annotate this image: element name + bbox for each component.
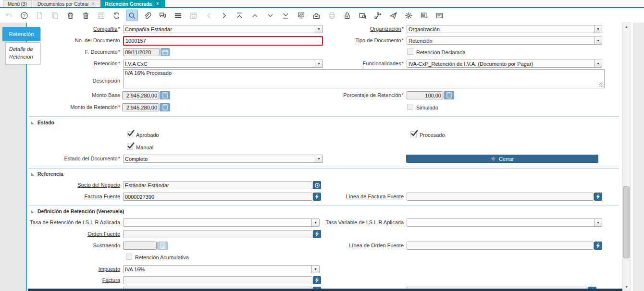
detail-record-icon[interactable]: [264, 10, 276, 21]
chevron-down-icon[interactable]: ▾: [315, 25, 322, 33]
definicion-section-header[interactable]: Definición de Retención (Venezuela): [31, 208, 124, 214]
zoom-record-button[interactable]: [313, 193, 321, 201]
porcentaje-retencion-input[interactable]: [407, 91, 443, 99]
retencion-declarada-checkbox[interactable]: [407, 48, 413, 55]
scroll-up-icon[interactable]: ▲: [623, 23, 630, 30]
refresh-icon[interactable]: [111, 10, 123, 21]
retencion-acumulativa-checkbox[interactable]: [126, 254, 132, 260]
delete-record-icon[interactable]: [64, 10, 76, 21]
grid-toggle-icon[interactable]: [172, 10, 184, 21]
next-record-icon[interactable]: [218, 10, 230, 21]
compania-field[interactable]: ▾: [123, 25, 323, 33]
factura-input[interactable]: [123, 276, 312, 284]
monto-base-input[interactable]: [122, 91, 159, 99]
report-icon[interactable]: [295, 10, 307, 21]
chevron-down-icon[interactable]: ▾: [315, 60, 322, 67]
no-documento-input[interactable]: [123, 36, 323, 46]
socio-negocio-input[interactable]: [123, 181, 312, 189]
factura-fuente-input[interactable]: [123, 193, 312, 201]
vertical-scrollbar[interactable]: ▲ ▼: [622, 23, 631, 291]
aprobado-checkbox[interactable]: [127, 131, 133, 137]
delete-selection-icon[interactable]: [80, 10, 92, 21]
request-icon[interactable]: [387, 10, 399, 21]
import-icon[interactable]: [433, 10, 446, 21]
referencia-section-header[interactable]: Referencia: [31, 171, 63, 177]
scroll-down-icon[interactable]: ▼: [623, 283, 630, 291]
procesado-checkbox[interactable]: [410, 131, 417, 137]
retencion-input[interactable]: [124, 60, 315, 67]
chevron-down-icon[interactable]: ▾: [311, 219, 319, 226]
close-tab-icon[interactable]: ×: [155, 1, 161, 7]
organizacion-field[interactable]: ▾: [407, 25, 602, 33]
last-record-icon[interactable]: [280, 10, 292, 21]
impuesto-input[interactable]: [124, 266, 311, 273]
manual-checkbox[interactable]: [127, 144, 133, 150]
impuesto-field[interactable]: ▾: [123, 265, 320, 273]
copy-record-icon: [49, 10, 61, 21]
monto-retencion-input[interactable]: [122, 103, 159, 111]
find-icon[interactable]: [126, 10, 138, 21]
calculator-button[interactable]: [160, 91, 170, 99]
tab-documentos-por-cobrar[interactable]: Documentos por Cobrar ×: [33, 0, 99, 7]
process-icon[interactable]: [403, 10, 415, 21]
close-tab-icon[interactable]: ×: [92, 1, 95, 6]
funcionalidades-input[interactable]: [407, 60, 594, 67]
tab-retencion-generada[interactable]: Retención Generada ×: [100, 0, 165, 7]
workflow-icon[interactable]: [372, 10, 384, 21]
orden-fuente-input[interactable]: [123, 230, 312, 238]
tasa-variable-islr-field[interactable]: ▾: [407, 218, 602, 227]
chevron-down-icon[interactable]: ▾: [594, 37, 602, 44]
simulado-checkbox[interactable]: [407, 104, 413, 110]
estado-documento-input[interactable]: [124, 155, 315, 162]
zoom-record-button[interactable]: [594, 242, 602, 250]
zoom-across-icon[interactable]: [357, 10, 369, 21]
descripcion-textarea[interactable]: IVA 16% Procesado: [123, 69, 605, 88]
zoom-record-button[interactable]: [313, 230, 321, 238]
record-info-button[interactable]: [313, 181, 321, 189]
impuesto-label: Impuesto: [99, 266, 120, 272]
resize-handle[interactable]: [599, 83, 604, 87]
calendar-icon: 31: [187, 10, 199, 21]
first-record-icon[interactable]: [234, 10, 246, 21]
compania-input[interactable]: [124, 25, 315, 33]
chat-icon[interactable]: [157, 10, 169, 21]
chevron-down-icon[interactable]: ▾: [311, 266, 319, 273]
attachment-icon[interactable]: [141, 10, 153, 21]
chevron-down-icon[interactable]: ▾: [594, 219, 602, 226]
linea-factura-fuente-input[interactable]: [407, 193, 594, 201]
calendar-picker-button[interactable]: [161, 48, 170, 56]
tab-menu[interactable]: Menú (3): [3, 0, 32, 7]
undo-icon: [3, 10, 15, 21]
lock-icon[interactable]: [341, 10, 353, 21]
archive-icon[interactable]: [310, 10, 322, 21]
estado-section-header[interactable]: Estado: [31, 120, 54, 125]
funcionalidades-field[interactable]: ▾: [407, 60, 602, 68]
window-right-edge: [633, 23, 644, 291]
chevron-down-icon[interactable]: ▾: [594, 25, 602, 33]
chevron-down-icon[interactable]: ▾: [594, 60, 602, 67]
linea-orden-fuente-input[interactable]: [407, 242, 594, 250]
parent-record-icon[interactable]: [249, 10, 261, 21]
estado-documento-field[interactable]: ▾: [123, 155, 323, 163]
zoom-record-button[interactable]: [594, 193, 602, 201]
sidebar-tab-retencion[interactable]: Retención: [2, 27, 40, 41]
calculator-button[interactable]: [160, 103, 170, 111]
f-documento-label: F. Documento*: [85, 49, 120, 55]
f-documento-input[interactable]: [123, 48, 160, 56]
calculator-button[interactable]: [444, 91, 454, 99]
organizacion-input[interactable]: [407, 25, 594, 33]
chevron-down-icon[interactable]: ▾: [315, 155, 322, 162]
tasa-variable-islr-input[interactable]: [407, 219, 594, 226]
help-icon[interactable]: ?: [18, 10, 30, 21]
export-icon[interactable]: [418, 10, 430, 21]
zoom-record-button[interactable]: [313, 276, 321, 284]
tipo-documento-input[interactable]: [407, 37, 594, 44]
cerrar-button[interactable]: Cerrar: [406, 155, 598, 163]
scrollbar-thumb[interactable]: [623, 186, 630, 258]
sustraendo-input[interactable]: [123, 242, 157, 250]
sidebar-tab-detalle-de-retencion[interactable]: Detalle de Retención: [5, 42, 40, 64]
tasa-islr-field[interactable]: ▾: [123, 218, 320, 227]
retencion-field[interactable]: ▾: [123, 60, 323, 68]
tipo-documento-field[interactable]: ▾: [407, 36, 602, 45]
tasa-islr-input[interactable]: [124, 219, 311, 226]
